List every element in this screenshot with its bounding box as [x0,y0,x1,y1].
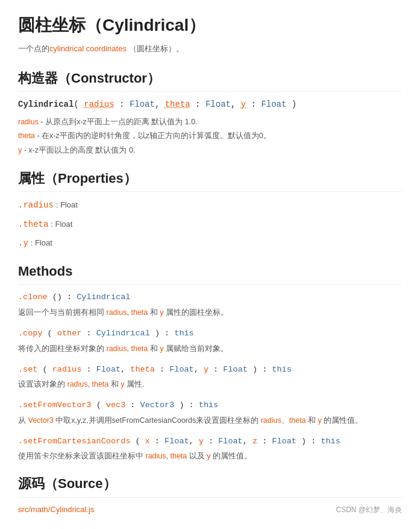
ref-y-4: y [318,416,322,425]
param-desc-radius: radius - 从原点到x-z平面上一点的距离 默认值为 1.0. [18,116,402,128]
param-desc-theta-text: - 在x-z平面内的逆时针角度，以z轴正方向的计算弧度。默认值为0。 [35,131,271,140]
method-set-rest: ( radius : Float, theta : Float, y : Flo… [37,365,291,374]
ref-theta-5: theta [170,452,187,460]
ref-theta-1: theta [131,308,148,317]
subtitle-text: 一个点的 [18,44,49,53]
param-desc-theta: theta - 在x-z平面内的逆时针角度，以z轴正方向的计算弧度。默认值为0。 [18,130,402,142]
method-clone: .clone () : Cylindrical 返回一个与当前拥有相同 radi… [18,291,402,318]
prop-y-type: : Float [31,238,52,247]
ref-theta-2: theta [131,344,148,353]
param-desc-radius-text: - 从原点到x-z平面上一点的距离 默认值为 1.0. [39,118,198,126]
method-copy-desc: 将传入的圆柱坐标对象的 radius, theta 和 y 属赋给当前对象。 [18,343,402,355]
prop-theta-link[interactable]: .theta [18,220,48,229]
prop-theta: .theta : Float [18,217,402,231]
method-setfromvector3: .setFromVector3 ( vec3 : Vector3 ) : thi… [18,399,402,426]
subtitle-dot: 。 [176,44,184,53]
ref-theta-3: theta [92,380,108,388]
method-setfromcartesiancoords-desc: 使用笛卡尔坐标来设置该圆柱坐标中 radius, theta 以及 y 的属性值… [18,450,402,462]
footer-area: src/math/Cylindrical.js CSDN @幻梦、海炎 [18,504,402,516]
method-clone-link[interactable]: .clone [18,293,48,302]
ref-y-3: y [121,380,124,388]
sig-colon3: : [246,100,261,109]
constructor-params: radius - 从原点到x-z平面上一点的距离 默认值为 1.0. theta… [18,116,402,157]
method-set-sig: .set ( radius : Float, theta : Float, y … [18,363,402,376]
prop-radius-type: : Float [56,200,78,209]
constructor-signature: Cylindrical( radius : Float, theta : Flo… [18,98,402,111]
prop-y: .y : Float [18,236,402,250]
sig-colon1: : [114,100,130,109]
methods-section-title: Methods [18,261,402,285]
type-float-2: Float [205,100,231,109]
method-set-desc: 设置该对象的 radius, theta 和 y 属性. [18,378,402,390]
method-clone-sig: .clone () : Cylindrical [18,291,402,304]
page-title: 圆柱坐标（Cylindrical） [18,12,402,39]
method-setfromvector3-rest: ( vec3 : Vector3 ) : this [92,401,219,410]
page-subtitle: 一个点的cylindrical coordinates （圆柱坐标）。 [18,43,402,55]
prop-y-link[interactable]: .y [18,238,28,248]
cylindrical-link[interactable]: cylindrical coordinates [49,44,127,53]
method-copy-rest: ( other : Cylindrical ) : this [43,329,194,338]
ref-vector3: Vector3 [28,416,53,425]
method-set: .set ( radius : Float, theta : Float, y … [18,363,402,391]
method-clone-rest: () : Cylindrical [48,293,131,302]
method-copy-link[interactable]: .copy [18,329,43,338]
method-setfromcartesiancoords-sig: .setFromCartesianCoords ( x : Float, y :… [18,435,402,448]
ref-theta-4: theta [289,416,306,425]
method-setfromcartesiancoords-rest: ( x : Float, y : Float, z : Float ) : th… [130,437,340,446]
prop-theta-type: : Float [51,220,72,229]
type-float-3: Float [261,100,286,109]
ref-radius-5: radius [145,452,166,460]
method-setfromvector3-link[interactable]: .setFromVector3 [18,401,92,410]
param-key-theta: theta [18,131,35,140]
sig-comma2: , [231,100,241,109]
param-key-radius: radius [18,118,39,126]
source-link[interactable]: src/math/Cylindrical.js [18,504,94,516]
ref-radius-4: radius [261,416,281,425]
param-y: y [241,100,246,109]
sig-close: ) [286,100,296,109]
sig-open: ( [74,100,84,109]
method-setfromcartesiancoords: .setFromCartesianCoords ( x : Float, y :… [18,435,402,463]
sig-colon2: : [190,100,205,109]
method-setfromvector3-desc: 从 Vector3 中取x,y,z,并调用setFromCartesianCoo… [18,414,402,426]
method-setfromcartesiancoords-link[interactable]: .setFromCartesianCoords [18,437,130,446]
ref-y-5: y [207,452,210,460]
method-copy-sig: .copy ( other : Cylindrical ) : this [18,327,402,340]
constructor-section-title: 构造器（Constructor） [18,68,402,92]
ref-radius-3: radius [67,380,87,388]
source-section-title: 源码（Source） [18,473,402,497]
ref-y-1: y [160,308,163,317]
type-float-1: Float [130,100,155,109]
method-clone-desc: 返回一个与当前拥有相同 radius, theta 和 y 属性的圆柱坐标。 [18,306,402,318]
param-radius: radius [84,100,114,109]
prop-radius-link[interactable]: .radius [18,200,54,210]
ref-y-2: y [160,344,163,353]
sig-comma1: , [155,100,165,109]
subtitle-parens: （圆柱坐标） [129,44,176,53]
method-set-link[interactable]: .set [18,365,37,374]
param-theta: theta [165,100,190,109]
ref-radius-2: radius [106,344,127,353]
method-setfromvector3-sig: .setFromVector3 ( vec3 : Vector3 ) : thi… [18,399,402,412]
ref-radius-1: radius [106,308,127,317]
param-desc-y: y - x-z平面以上的高度 默认值为 0. [18,144,402,157]
properties-section-title: 属性（Properties） [18,168,402,192]
param-desc-y-text: - x-z平面以上的高度 默认值为 0. [22,146,135,154]
prop-radius: .radius : Float [18,198,402,212]
constructor-name: Cylindrical [18,100,74,109]
method-copy: .copy ( other : Cylindrical ) : this 将传入… [18,327,402,355]
footer-credit: CSDN @幻梦、海炎 [336,504,402,516]
